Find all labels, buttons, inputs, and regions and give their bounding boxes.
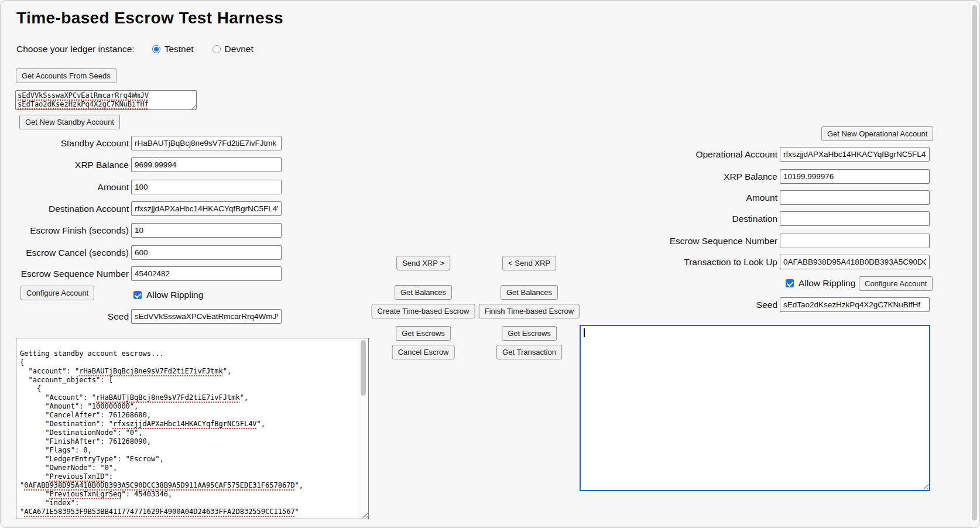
ledger-instance-chooser: Choose your ledger instance: Testnet Dev… xyxy=(16,44,272,54)
standby-xrp-balance-label: XRP Balance xyxy=(15,160,129,170)
page-scrollbar[interactable] xyxy=(969,1,979,527)
devnet-radio-label: Devnet xyxy=(225,44,253,54)
ledger-instance-label: Choose your ledger instance: xyxy=(16,44,135,54)
get-new-standby-account-button[interactable]: Get New Standby Account xyxy=(19,115,120,129)
standby-allow-rippling-label: Allow Rippling xyxy=(146,290,203,300)
get-balances-right-button[interactable]: Get Balances xyxy=(501,285,558,300)
standby-account-label: Standby Account xyxy=(15,138,129,149)
operational-amount-label: Amount xyxy=(645,193,777,203)
standby-account-input[interactable] xyxy=(131,136,282,150)
page-scrollbar-thumb[interactable] xyxy=(972,5,977,520)
operational-results-text xyxy=(581,326,929,490)
testnet-radio-option[interactable]: Testnet xyxy=(152,44,194,54)
get-new-operational-account-button[interactable]: Get New Operational Account xyxy=(821,126,933,141)
standby-amount-label: Amount xyxy=(15,182,129,193)
standby-results-text: Getting standby account escrows... { "ac… xyxy=(16,338,368,519)
standby-amount-input[interactable] xyxy=(131,180,282,194)
standby-destination-label: Destination Account xyxy=(15,204,129,214)
get-transaction-button[interactable]: Get Transaction xyxy=(496,345,562,359)
testnet-radio-label: Testnet xyxy=(165,44,194,54)
standby-results-scrollbar[interactable] xyxy=(359,339,368,518)
escrow-cancel-label: Escrow Cancel (seconds) xyxy=(15,248,129,258)
operational-configure-account-button[interactable]: Configure Account xyxy=(859,276,933,291)
standby-seed-label: Seed xyxy=(15,311,129,322)
cancel-escrow-button[interactable]: Cancel Escrow xyxy=(392,345,455,359)
escrow-finish-input[interactable] xyxy=(131,223,282,238)
standby-allow-rippling[interactable]: Allow Rippling xyxy=(133,290,203,300)
standby-xrp-balance-input[interactable] xyxy=(131,157,282,172)
standby-destination-input[interactable] xyxy=(131,201,282,216)
escrow-test-harness-page: Time-based Escrow Test Harness Choose yo… xyxy=(0,0,980,528)
transaction-lookup-input[interactable] xyxy=(780,255,930,269)
devnet-radio-option[interactable]: Devnet xyxy=(213,44,253,54)
operational-xrp-balance-label: XRP Balance xyxy=(645,172,777,182)
operational-allow-rippling-label: Allow Rippling xyxy=(799,278,855,289)
standby-escrow-sequence-label: Escrow Sequence Number xyxy=(15,269,129,279)
operational-destination-label: Destination xyxy=(645,214,777,224)
standby-allow-rippling-checkbox[interactable] xyxy=(133,291,142,299)
operational-escrow-sequence-input[interactable] xyxy=(780,234,930,248)
testnet-radio[interactable] xyxy=(152,45,160,53)
devnet-radio[interactable] xyxy=(213,45,221,53)
standby-results-textarea[interactable]: Getting standby account escrows... { "ac… xyxy=(16,338,369,519)
operational-xrp-balance-input[interactable] xyxy=(780,169,930,184)
send-xrp-to-operational-button[interactable]: Send XRP > xyxy=(396,256,450,270)
escrow-cancel-input[interactable] xyxy=(131,245,282,260)
standby-escrow-sequence-input[interactable] xyxy=(131,266,282,281)
operational-destination-input[interactable] xyxy=(780,211,930,226)
transaction-lookup-label: Transaction to Look Up xyxy=(645,257,777,268)
page-title: Time-based Escrow Test Harness xyxy=(16,9,283,28)
send-xrp-to-standby-button[interactable]: < Send XRP xyxy=(502,256,556,270)
finish-time-based-escrow-button[interactable]: Finish Time-based Escrow xyxy=(479,304,580,318)
standby-configure-account-button[interactable]: Configure Account xyxy=(20,286,94,300)
create-time-based-escrow-button[interactable]: Create Time-based Escrow xyxy=(372,304,475,318)
operational-account-label: Operational Account xyxy=(645,149,777,160)
get-escrows-right-button[interactable]: Get Escrows xyxy=(502,326,557,341)
operational-results-textarea[interactable] xyxy=(580,325,930,491)
get-accounts-from-seeds-button[interactable]: Get Accounts From Seeds xyxy=(16,68,116,83)
standby-seed-input[interactable] xyxy=(131,309,282,324)
standby-results-scrollbar-thumb[interactable] xyxy=(361,340,366,396)
seeds-textarea[interactable]: sEdVVkSsswaXPCvEatRmcarRrq4WmJV sEdTao2d… xyxy=(15,90,197,110)
operational-escrow-sequence-label: Escrow Sequence Number xyxy=(645,236,777,246)
operational-account-input[interactable] xyxy=(780,147,930,162)
operational-seed-label: Seed xyxy=(645,300,777,310)
escrow-finish-label: Escrow Finish (seconds) xyxy=(15,225,129,236)
get-balances-left-button[interactable]: Get Balances xyxy=(395,285,452,300)
get-escrows-left-button[interactable]: Get Escrows xyxy=(396,326,451,341)
operational-seed-input[interactable] xyxy=(780,297,930,312)
operational-amount-input[interactable] xyxy=(780,190,930,205)
operational-allow-rippling-checkbox[interactable] xyxy=(786,279,794,287)
operational-allow-rippling[interactable]: Allow Rippling xyxy=(786,278,855,289)
text-cursor xyxy=(584,328,585,337)
